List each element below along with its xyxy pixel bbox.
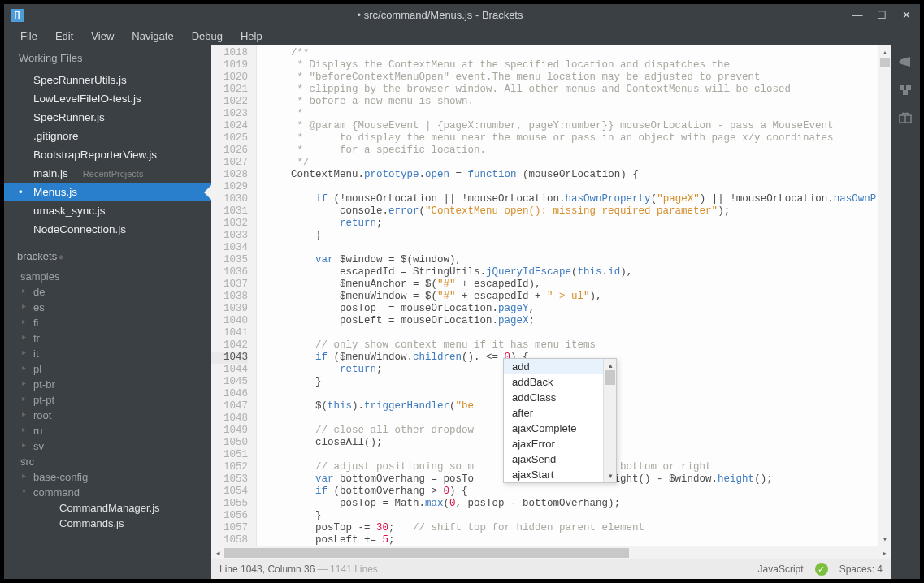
status-language[interactable]: JavaScript bbox=[758, 564, 804, 575]
autocomplete-item[interactable]: add bbox=[504, 359, 616, 374]
statusbar: Line 1043, Column 36 — 1141 Lines JavaSc… bbox=[211, 559, 891, 579]
code-line[interactable]: posTop = mouseOrLocation.pageY, bbox=[267, 303, 891, 315]
code-line[interactable]: if (!mouseOrLocation || !mouseOrLocation… bbox=[267, 193, 891, 205]
folder-item[interactable]: command bbox=[4, 485, 211, 500]
scroll-left-arrow-icon[interactable]: ◂ bbox=[211, 546, 224, 559]
code-area[interactable]: /** * Displays the ContextMenu at the sp… bbox=[257, 45, 891, 546]
horizontal-scroll-track[interactable] bbox=[224, 548, 878, 558]
horizontal-scroll-thumb[interactable] bbox=[224, 548, 629, 558]
code-line[interactable]: posTop = Math.max(0, posTop - bottomOver… bbox=[267, 498, 891, 510]
folder-item[interactable]: src bbox=[4, 454, 211, 469]
file-item[interactable]: CommandManager.js bbox=[4, 500, 211, 516]
working-file[interactable]: umask_sync.js bbox=[4, 201, 211, 220]
code-line[interactable]: return; bbox=[267, 218, 891, 230]
menu-navigate[interactable]: Navigate bbox=[124, 28, 181, 44]
code-line[interactable]: // only show context menu if it has menu… bbox=[267, 339, 891, 352]
file-tree: samplesdeesfifritplpt-brpt-ptrootrusvsrc… bbox=[4, 269, 211, 531]
vertical-scroll-thumb[interactable] bbox=[880, 58, 890, 67]
folder-item[interactable]: root bbox=[4, 408, 211, 423]
vertical-scrollbar[interactable]: ▴ ▾ bbox=[878, 45, 891, 546]
code-line[interactable]: escapedId = StringUtils.jQueryIdEscape(t… bbox=[267, 266, 891, 279]
code-line[interactable]: * @param {MouseEvent | {pageX:number, pa… bbox=[267, 120, 891, 132]
working-file[interactable]: LowLevelFileIO-test.js bbox=[4, 89, 211, 108]
working-file[interactable]: BootstrapReporterView.js bbox=[4, 145, 211, 164]
autocomplete-item[interactable]: after bbox=[504, 405, 616, 421]
working-file[interactable]: NodeConnection.js bbox=[4, 220, 211, 239]
folder-item[interactable]: es bbox=[4, 300, 211, 315]
menu-debug[interactable]: Debug bbox=[184, 28, 231, 44]
maximize-button[interactable]: ☐ bbox=[874, 9, 889, 21]
code-line[interactable]: } bbox=[267, 230, 891, 242]
code-line[interactable]: posLeft = mouseOrLocation.pageX; bbox=[267, 315, 891, 327]
working-file[interactable]: main.js— RecentProjects bbox=[4, 164, 211, 183]
code-line[interactable] bbox=[267, 242, 891, 254]
folder-item[interactable]: pl bbox=[4, 361, 211, 377]
working-files-header[interactable]: Working Files bbox=[4, 45, 211, 71]
menu-edit[interactable]: Edit bbox=[47, 28, 81, 44]
folder-item[interactable]: samples bbox=[4, 269, 211, 284]
autocomplete-item[interactable]: ajaxError bbox=[504, 436, 616, 451]
folder-item[interactable]: base-config bbox=[4, 469, 211, 485]
horizontal-scrollbar[interactable]: ◂ ▸ bbox=[211, 546, 891, 559]
live-preview-icon[interactable] bbox=[897, 54, 913, 70]
code-line[interactable]: console.error("ContextMenu open(): missi… bbox=[267, 205, 891, 218]
folder-item[interactable]: pt-pt bbox=[4, 392, 211, 408]
scroll-down-arrow-icon[interactable]: ▾ bbox=[604, 469, 617, 482]
menu-file[interactable]: File bbox=[12, 28, 46, 44]
autocomplete-item[interactable]: ajaxSend bbox=[504, 451, 616, 467]
code-line[interactable]: ContextMenu.prototype.open = function (m… bbox=[267, 169, 891, 181]
autocomplete-item[interactable]: ajaxStart bbox=[504, 467, 616, 482]
code-line[interactable]: * Displays the ContextMenu at the specif… bbox=[267, 59, 891, 71]
minimize-button[interactable]: — bbox=[850, 9, 865, 21]
code-line[interactable]: */ bbox=[267, 157, 891, 169]
file-item[interactable]: Commands.js bbox=[4, 516, 211, 531]
code-line[interactable]: * bofore a new menu is shown. bbox=[267, 96, 891, 108]
code-line[interactable]: posTop -= 30; // shift top for hidden pa… bbox=[267, 522, 891, 534]
folder-item[interactable]: pt-br bbox=[4, 377, 211, 392]
extension-manager-icon[interactable] bbox=[897, 81, 913, 97]
menu-view[interactable]: View bbox=[83, 28, 122, 44]
code-line[interactable]: * clipping by the browser window. All ot… bbox=[267, 84, 891, 96]
code-line[interactable]: } bbox=[267, 510, 891, 522]
autocomplete-item[interactable]: addBack bbox=[504, 374, 616, 390]
main-area: Working Files SpecRunnerUtils.jsLowLevel… bbox=[4, 45, 920, 579]
code-line[interactable] bbox=[267, 181, 891, 193]
scroll-right-arrow-icon[interactable]: ▸ bbox=[878, 546, 891, 559]
folder-item[interactable]: de bbox=[4, 284, 211, 300]
code-line[interactable]: if (bottomOverhang > 0) { bbox=[267, 486, 891, 498]
autocomplete-popup[interactable]: addaddBackaddClassafterajaxCompleteajaxE… bbox=[503, 358, 617, 483]
status-spaces[interactable]: Spaces: 4 bbox=[839, 564, 883, 575]
lint-ok-icon[interactable]: ✓ bbox=[815, 563, 828, 576]
code-line[interactable]: posLeft += 5; bbox=[267, 534, 891, 546]
folder-item[interactable]: fi bbox=[4, 315, 211, 330]
code-line[interactable]: $menuWindow = $("#" + escapedId + " > ul… bbox=[267, 291, 891, 303]
autocomplete-item[interactable]: ajaxComplete bbox=[504, 421, 616, 436]
folder-item[interactable]: it bbox=[4, 346, 211, 361]
folder-item[interactable]: sv bbox=[4, 438, 211, 454]
code-line[interactable] bbox=[267, 327, 891, 339]
status-line-col[interactable]: Line 1043, Column 36 — 1141 Lines bbox=[219, 564, 758, 575]
code-line[interactable]: $menuAnchor = $("#" + escapedId), bbox=[267, 279, 891, 291]
autocomplete-item[interactable]: addClass bbox=[504, 390, 616, 405]
gift-icon[interactable] bbox=[897, 109, 913, 125]
scroll-up-arrow-icon[interactable]: ▴ bbox=[878, 45, 891, 58]
folder-item[interactable]: ru bbox=[4, 423, 211, 438]
menu-help[interactable]: Help bbox=[232, 28, 271, 44]
autocomplete-scroll-thumb[interactable] bbox=[605, 370, 615, 385]
code-line[interactable]: * "beforeContextMenuOpen" event.The menu… bbox=[267, 71, 891, 84]
project-header[interactable]: brackets bbox=[4, 244, 211, 269]
code-line[interactable]: * to display the menu near the mouse or … bbox=[267, 132, 891, 145]
editor[interactable]: 1018101910201021102210231024102510261027… bbox=[211, 45, 891, 546]
working-file[interactable]: SpecRunner.js bbox=[4, 108, 211, 127]
folder-item[interactable]: fr bbox=[4, 330, 211, 346]
working-file[interactable]: .gitignore bbox=[4, 127, 211, 145]
autocomplete-scrollbar[interactable]: ▴▾ bbox=[603, 359, 616, 482]
close-button[interactable]: ✕ bbox=[899, 9, 913, 21]
code-line[interactable]: /** bbox=[267, 47, 891, 59]
scroll-down-arrow-icon[interactable]: ▾ bbox=[878, 533, 891, 546]
code-line[interactable]: * bbox=[267, 108, 891, 120]
working-file[interactable]: SpecRunnerUtils.js bbox=[4, 71, 211, 89]
code-line[interactable]: var $window = $(window), bbox=[267, 254, 891, 266]
code-line[interactable]: * for a specific location. bbox=[267, 145, 891, 157]
working-file[interactable]: Menus.js bbox=[4, 183, 211, 201]
